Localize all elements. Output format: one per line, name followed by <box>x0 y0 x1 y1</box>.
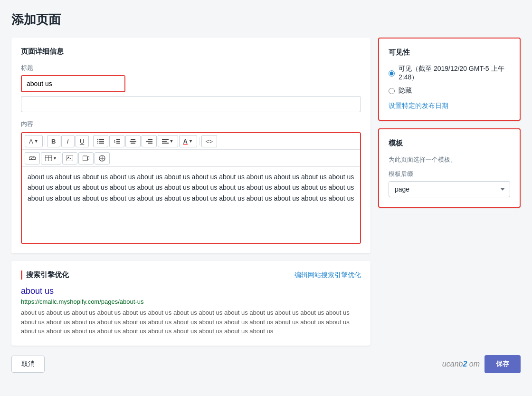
svg-rect-2 <box>97 141 98 142</box>
svg-rect-10 <box>131 139 135 140</box>
color-button[interactable]: A ▼ <box>179 135 197 147</box>
svg-rect-1 <box>99 139 104 140</box>
align-right-button[interactable] <box>142 135 157 147</box>
template-card: 模板 为此页面选择一个模板。 模板后缀 page about contact f… <box>378 128 521 208</box>
editor-toolbar-row2: ▼ <box>22 150 360 167</box>
bold-button[interactable]: B <box>47 135 60 147</box>
color-dropdown: A ▼ <box>179 135 197 147</box>
link-icon <box>29 156 36 161</box>
bottom-bar: 取消 ucanb2 om 保存 <box>11 355 521 373</box>
svg-rect-18 <box>162 143 169 144</box>
page-details-title: 页面详细信息 <box>21 47 361 56</box>
visibility-hidden-radio[interactable] <box>389 88 395 94</box>
image-icon <box>66 155 73 161</box>
seo-card: 搜索引擎优化 编辑网站搜索引擎优化 about us https://cmall… <box>11 261 370 346</box>
svg-rect-24 <box>83 156 87 161</box>
special-button[interactable] <box>95 152 110 164</box>
visibility-visible-radio[interactable] <box>389 70 395 77</box>
video-button[interactable] <box>78 152 94 164</box>
editor-container: A ▼ B I U <box>21 132 361 244</box>
template-select[interactable]: page about contact faq <box>389 181 510 197</box>
title-label: 标题 <box>21 64 361 72</box>
right-actions: ucanb2 om 保存 <box>442 355 521 373</box>
table-dropdown: ▼ <box>41 152 61 164</box>
align-dropdown: ▼ <box>158 135 178 147</box>
cancel-button[interactable]: 取消 <box>11 356 45 373</box>
svg-rect-0 <box>97 139 98 140</box>
visibility-title: 可见性 <box>389 48 510 57</box>
svg-rect-22 <box>66 155 73 161</box>
save-button[interactable]: 保存 <box>484 355 521 373</box>
watermark: ucanb2 om <box>442 360 480 368</box>
toolbar-sep-3 <box>199 137 200 145</box>
list-ol-icon: 1. <box>114 138 120 144</box>
seo-preview-desc: about us about us about us about us abou… <box>21 308 361 336</box>
seo-title: 搜索引擎优化 <box>21 270 69 280</box>
template-suffix-label: 模板后缀 <box>389 170 510 178</box>
list-ul-icon <box>97 138 104 144</box>
font-button[interactable]: A ▼ <box>25 135 43 147</box>
seo-preview-title: about us <box>21 286 361 296</box>
seo-preview-url: https://cmallc.myshopify.com/pages/about… <box>21 298 361 305</box>
svg-rect-13 <box>148 139 152 140</box>
toolbar-sep-2 <box>91 137 91 145</box>
visibility-visible-option[interactable]: 可见（截至 2019/12/20 GMT-5 上午 2:48） <box>389 65 510 82</box>
svg-rect-7 <box>116 139 120 140</box>
editor-body[interactable]: about us about us about us about us abou… <box>22 167 360 243</box>
visibility-schedule-link[interactable]: 设置特定的发布日期 <box>389 102 448 109</box>
svg-rect-14 <box>146 141 152 142</box>
image-button[interactable] <box>62 152 77 164</box>
align-button[interactable]: ▼ <box>158 135 178 147</box>
content-label: 内容 <box>21 120 361 128</box>
code-button[interactable]: <> <box>201 135 217 147</box>
svg-rect-12 <box>131 143 135 144</box>
title-full-input[interactable] <box>21 96 361 112</box>
svg-rect-16 <box>162 139 169 140</box>
svg-rect-11 <box>130 141 136 142</box>
visibility-hidden-option[interactable]: 隐藏 <box>389 87 510 95</box>
link-button[interactable] <box>25 152 40 164</box>
seo-header: 搜索引擎优化 编辑网站搜索引擎优化 <box>21 270 361 280</box>
title-input[interactable] <box>22 76 124 91</box>
toolbar-sep-1 <box>45 137 45 145</box>
italic-button[interactable]: I <box>61 135 75 147</box>
align-icon <box>162 138 169 144</box>
svg-rect-9 <box>116 143 120 144</box>
visibility-card: 可见性 可见（截至 2019/12/20 GMT-5 上午 2:48） 隐藏 设… <box>378 38 521 121</box>
align-center-icon <box>130 138 136 144</box>
align-center-button[interactable] <box>125 135 141 147</box>
video-icon <box>83 155 89 161</box>
page-title: 添加页面 <box>11 11 521 28</box>
seo-edit-link[interactable]: 编辑网站搜索引擎优化 <box>294 271 361 280</box>
svg-rect-17 <box>162 141 167 142</box>
visibility-options: 可见（截至 2019/12/20 GMT-5 上午 2:48） 隐藏 <box>389 65 510 95</box>
svg-rect-15 <box>148 143 152 144</box>
template-title: 模板 <box>389 139 510 148</box>
title-input-wrapper <box>21 75 125 92</box>
svg-rect-3 <box>99 141 104 142</box>
list-ol-button[interactable]: 1. <box>109 135 124 147</box>
editor-toolbar-row1: A ▼ B I U <box>22 133 360 150</box>
page-details-card: 页面详细信息 标题 内容 A ▼ B <box>11 38 370 253</box>
align-right-icon <box>146 138 152 144</box>
table-button[interactable]: ▼ <box>41 152 61 164</box>
table-icon <box>45 155 52 161</box>
list-ul-button[interactable] <box>93 135 108 147</box>
special-icon <box>99 155 105 162</box>
svg-rect-4 <box>97 143 98 144</box>
underline-button[interactable]: U <box>76 135 89 147</box>
svg-rect-8 <box>116 141 120 142</box>
svg-rect-5 <box>99 143 104 144</box>
template-desc: 为此页面选择一个模板。 <box>389 155 510 164</box>
